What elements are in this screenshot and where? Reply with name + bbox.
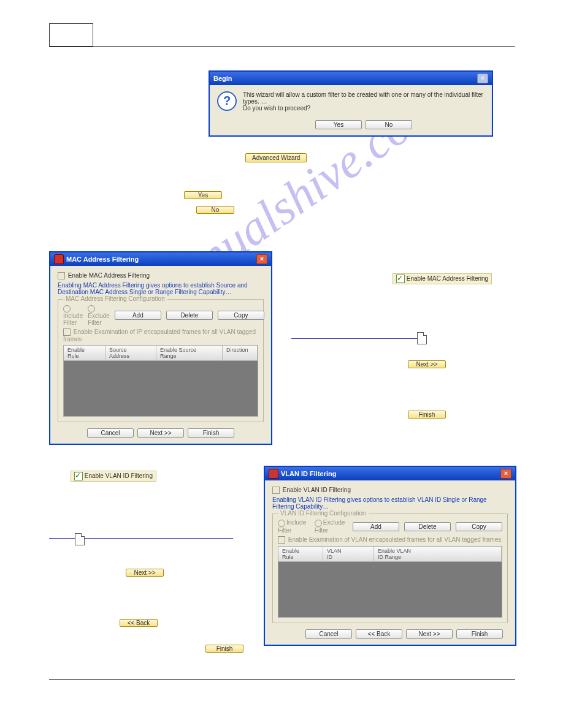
- app-icon: [54, 254, 64, 264]
- begin-yes-button[interactable]: Yes: [315, 120, 362, 129]
- mac-enable-label: Enable MAC Address Filtering: [68, 272, 150, 279]
- vlan-title-bar: VLAN ID Filtering ×: [265, 467, 515, 480]
- vlan-delete-button[interactable]: Delete: [404, 522, 451, 531]
- mac-col-3: Enable Source Range: [156, 346, 223, 360]
- mac-exclude-label: Exclude Filter: [88, 313, 110, 326]
- checkbox-checked-icon: [396, 275, 405, 283]
- next-button-left[interactable]: Next >>: [126, 569, 164, 577]
- begin-line1: This wizard will allow a custom filter t…: [243, 91, 484, 105]
- mac-cancel-button[interactable]: Cancel: [87, 428, 134, 438]
- mac-title-text: MAC Address Filtering: [66, 256, 139, 263]
- advanced-wizard-button[interactable]: Advanced Wizard: [245, 153, 307, 162]
- vlan-col-2: VLAN ID: [323, 547, 374, 561]
- close-icon[interactable]: ×: [477, 74, 488, 83]
- begin-line2: Do you wish to proceed?: [243, 105, 484, 112]
- divider-top: [49, 46, 515, 47]
- app-icon: [269, 469, 278, 479]
- mac-table-header: Enable Rule Source Address Enable Source…: [63, 345, 258, 361]
- checkbox-checked-icon: [74, 472, 83, 480]
- mac-col-1: Enable Rule: [64, 346, 105, 360]
- mac-col-4: Direction: [223, 346, 258, 360]
- mac-enable-chip-label: Enable MAC Address Filtering: [407, 275, 488, 282]
- vlan-back-button[interactable]: << Back: [356, 629, 402, 639]
- mac-exam-label: Enable Examination of IP encapsulated fr…: [63, 328, 256, 343]
- mac-delete-button[interactable]: Delete: [166, 311, 213, 320]
- vlan-next-button[interactable]: Next >>: [406, 629, 453, 639]
- vlan-table-body: [278, 562, 502, 618]
- mac-exclude-radio[interactable]: [88, 305, 95, 313]
- mac-hint: Enabling MAC Address Filtering gives opt…: [58, 282, 264, 295]
- mac-enable-checkbox[interactable]: [58, 272, 65, 279]
- mac-include-radio[interactable]: [63, 305, 71, 313]
- vlan-title-text: VLAN ID Filtering: [281, 470, 336, 477]
- begin-title-text: Begin: [213, 75, 232, 82]
- begin-no-button[interactable]: No: [366, 120, 412, 129]
- begin-body: ? This wizard will allow a custom filter…: [210, 85, 492, 135]
- vlan-enable-chip-label: Enable VLAN ID Filtering: [85, 472, 153, 479]
- vlan-table-header: Enable Rule VLAN ID Enable VLAN ID Range: [278, 546, 502, 562]
- vlan-exclude-radio[interactable]: [315, 520, 322, 527]
- mac-table-body: [63, 361, 258, 417]
- vlan-add-button[interactable]: Add: [353, 522, 399, 531]
- mac-next-button[interactable]: Next >>: [137, 428, 184, 438]
- vlan-enable-chip: Enable VLAN ID Filtering: [71, 471, 156, 482]
- mac-body: Enable MAC Address Filtering Enabling MA…: [50, 266, 271, 444]
- vlan-enable-label: Enable VLAN ID Filtering: [283, 487, 351, 493]
- begin-dialog: Begin × ? This wizard will allow a custo…: [209, 70, 493, 137]
- vlan-cancel-button[interactable]: Cancel: [305, 629, 352, 639]
- mac-add-button[interactable]: Add: [115, 311, 161, 320]
- vlan-enable-checkbox[interactable]: [272, 487, 280, 494]
- mac-exam-checkbox[interactable]: [63, 328, 71, 336]
- vlan-finish-button[interactable]: Finish: [456, 629, 503, 639]
- yes-button[interactable]: Yes: [184, 191, 222, 199]
- vlan-group-title: VLAN ID Filtering Configuration: [278, 510, 369, 517]
- vlan-copy-button[interactable]: Copy: [456, 522, 502, 531]
- vlan-hint: Enabling VLAN ID Filtering gives options…: [272, 496, 508, 510]
- mac-group-title: MAC Address Filtering Configuration: [63, 295, 167, 302]
- next-button-right[interactable]: Next >>: [408, 360, 446, 368]
- mac-groupbox: MAC Address Filtering Configuration Incl…: [58, 299, 264, 422]
- vlan-col-3: Enable VLAN ID Range: [374, 547, 502, 561]
- no-button[interactable]: No: [196, 206, 234, 214]
- mac-finish-button[interactable]: Finish: [188, 428, 234, 438]
- vlan-body: Enable VLAN ID Filtering Enabling VLAN I…: [265, 480, 515, 645]
- mac-include-label: Include Filter: [63, 313, 83, 326]
- vlan-include-radio[interactable]: [278, 520, 285, 527]
- page-icon: [417, 332, 427, 344]
- vlan-exam-label: Enable Examination of VLAN encapsulated …: [288, 536, 501, 543]
- vlan-exam-checkbox[interactable]: [278, 536, 285, 544]
- vlan-groupbox: VLAN ID Filtering Configuration Include …: [272, 514, 508, 623]
- mac-copy-button[interactable]: Copy: [218, 311, 264, 320]
- mac-enable-chip: Enable MAC Address Filtering: [393, 273, 492, 284]
- vlan-col-1: Enable Rule: [278, 547, 323, 561]
- divider-bottom: [49, 679, 515, 680]
- mac-filtering-dialog: MAC Address Filtering × Enable MAC Addre…: [49, 251, 272, 445]
- mac-title-bar: MAC Address Filtering ×: [50, 252, 271, 266]
- mac-col-2: Source Address: [105, 346, 156, 360]
- question-icon: ?: [217, 91, 237, 111]
- close-icon[interactable]: ×: [500, 469, 511, 479]
- back-button-left[interactable]: << Back: [120, 619, 158, 627]
- vlan-filtering-dialog: VLAN ID Filtering × Enable VLAN ID Filte…: [264, 466, 516, 646]
- close-icon[interactable]: ×: [256, 254, 267, 264]
- begin-title-bar: Begin ×: [210, 72, 492, 85]
- link-line-1: [291, 338, 417, 339]
- page-number-box: [49, 23, 93, 47]
- finish-button-left[interactable]: Finish: [205, 645, 243, 653]
- finish-button-right[interactable]: Finish: [408, 411, 446, 419]
- page-icon: [75, 533, 85, 545]
